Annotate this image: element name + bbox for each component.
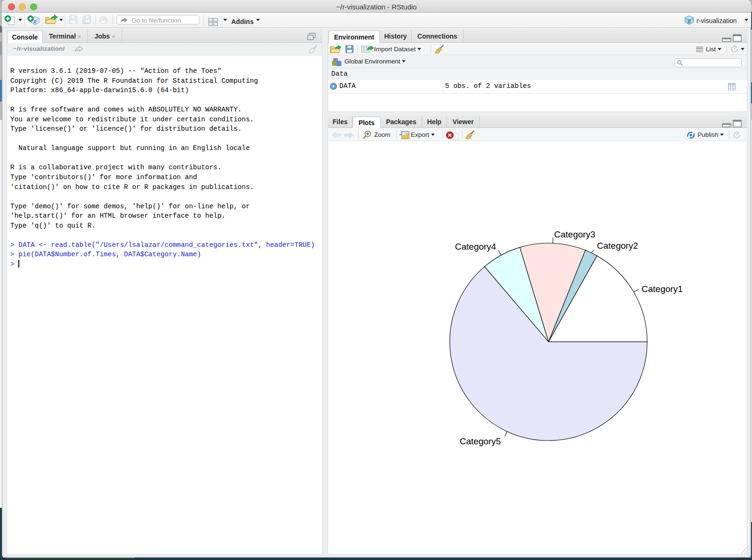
svg-text:Category1: Category1 <box>642 284 683 294</box>
svg-text:Category4: Category4 <box>455 242 496 252</box>
svg-text:Category2: Category2 <box>597 241 638 251</box>
svg-text:Category3: Category3 <box>554 229 595 239</box>
svg-text:R: R <box>687 18 691 24</box>
svg-text:Category5: Category5 <box>460 436 501 446</box>
